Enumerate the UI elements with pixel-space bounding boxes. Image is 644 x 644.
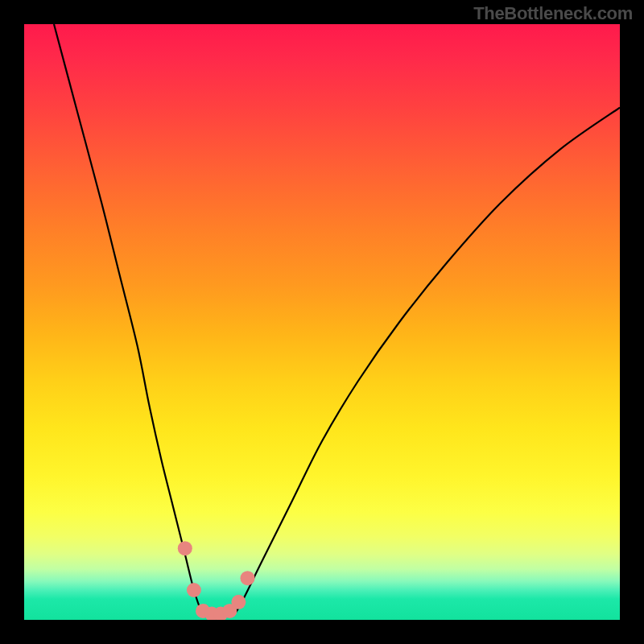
plot-area	[24, 24, 620, 620]
watermark-text: TheBottleneck.com	[473, 3, 633, 24]
valley-marker	[187, 583, 201, 597]
curve-path	[54, 24, 620, 616]
valley-marker	[241, 571, 255, 585]
valley-markers	[178, 541, 255, 620]
valley-marker	[231, 595, 246, 609]
valley-marker	[178, 541, 192, 555]
chart-svg	[24, 24, 620, 620]
